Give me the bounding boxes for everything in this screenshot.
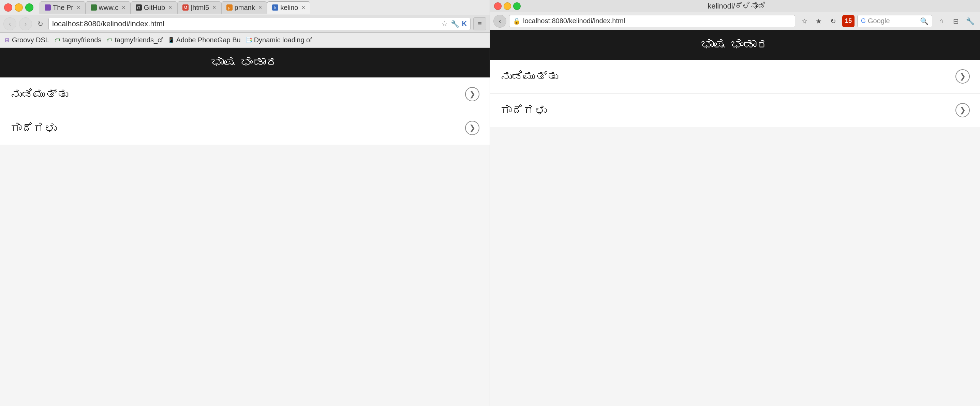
right-navbar: ‹ 🔒 localhost:8080/kelinodi/index.html ☆… [490, 12, 980, 30]
right-menu-item-0-chevron: ❯ [955, 69, 970, 84]
tab-1-label: The Pr [53, 4, 73, 11]
right-icon-group: ☆ ★ ↻ [798, 15, 840, 28]
left-maximize-button[interactable] [25, 3, 33, 11]
right-minimize-button[interactable] [504, 2, 511, 10]
right-close-button[interactable] [494, 2, 501, 10]
right-menu-item-1-chevron: ❯ [955, 103, 970, 117]
right-address-bar[interactable]: 🔒 localhost:8080/kelinodi/index.html [509, 15, 795, 27]
address-bar[interactable]: localhost:8080/kelinodi/index.html ☆ 🔧 K [48, 18, 471, 30]
bookmark-adobe-phonegap-label: Adobe PhoneGap Bu [176, 36, 241, 44]
back-button[interactable]: ‹ [3, 18, 16, 30]
right-chevron-right-icon-0: ❯ [959, 72, 966, 81]
bookmark-tagmyfriends-cf-label: tagmyfriends_cf [115, 36, 163, 44]
tab-6[interactable]: k kelino × [267, 2, 310, 14]
tagmyfriends-icon: 🏷 [54, 37, 61, 44]
right-address-text: localhost:8080/kelinodi/index.html [523, 17, 625, 25]
right-page-title: ಭಾಷ ಭಂಡಾರ [701, 38, 769, 52]
left-menu-item-0[interactable]: ನುಡಿಮುತ್ತು ❯ [0, 78, 490, 111]
right-wrench-icon[interactable]: 🔧 [964, 15, 977, 28]
groovy-dsl-icon: ⊞ [3, 37, 10, 44]
left-titlebar: The Pr × www.c × G GitHub × M [html5 × [0, 0, 490, 15]
right-search-button[interactable]: 🔍 [920, 17, 929, 25]
bookmark-groovy-dsl-label: Groovy DSL [12, 36, 49, 44]
reload-button[interactable]: ↻ [35, 18, 46, 29]
adobe-phonegap-icon: 📱 [168, 37, 175, 44]
tab-1[interactable]: The Pr × [40, 2, 86, 14]
left-menu-item-0-chevron: ❯ [465, 87, 479, 101]
bookmark-tagmyfriends-cf[interactable]: 🏷 tagmyfriends_cf [106, 36, 163, 44]
right-menu-list: ನುಡಿಮುತ್ತು ❯ ಗಾದೆಗಳು ❯ [490, 60, 980, 127]
right-page-content: ಭಾಷ ಭಂಡಾರ ನುಡಿಮುತ್ತು ❯ ಗಾದೆಗಳು ❯ [490, 30, 980, 406]
right-menu-item-1-label: ಗಾದೆಗಳು [500, 104, 547, 117]
right-search-placeholder: Google [868, 17, 890, 25]
left-browser-window: The Pr × www.c × G GitHub × M [html5 × [0, 0, 490, 406]
tab-3-favicon: G [136, 5, 142, 11]
right-menu-item-0[interactable]: ನುಡಿಮುತ್ತು ❯ [490, 60, 980, 94]
right-window-title: kelinodi/ಕೆಳಿನೋಡಿ [524, 2, 949, 11]
google-search-icon: G [861, 18, 866, 25]
kelinodi-icon[interactable]: K [462, 20, 467, 28]
tab-1-close[interactable]: × [77, 4, 81, 11]
left-menu-item-1-chevron: ❯ [465, 121, 479, 135]
menu-button[interactable]: ≡ [473, 18, 486, 30]
right-menu-item-1[interactable]: ಗಾದೆಗಳು ❯ [490, 94, 980, 127]
right-star-icon[interactable]: ☆ [798, 15, 811, 28]
left-menu-item-1[interactable]: ಗಾದೆಗಳು ❯ [0, 111, 490, 145]
right-lock-icon: 🔒 [513, 18, 520, 25]
tab-4-close[interactable]: × [212, 4, 216, 11]
bookmark-dynamic-loading[interactable]: 📑 Dynamic loading of [245, 36, 312, 44]
tab-2-label: www.c [99, 4, 119, 11]
tab-3[interactable]: G GitHub × [130, 2, 177, 14]
right-browser-window: kelinodi/ಕೆಳಿನೋಡಿ ‹ 🔒 localhost:8080/kel… [490, 0, 980, 406]
dev-tools-icon[interactable]: 🔧 [451, 20, 459, 28]
bookmark-star-icon[interactable]: ☆ [441, 19, 448, 28]
chevron-right-icon-0: ❯ [469, 90, 475, 99]
tabs-bar: The Pr × www.c × G GitHub × M [html5 × [36, 2, 485, 14]
bookmark-tagmyfriends[interactable]: 🏷 tagmyfriends [54, 36, 102, 44]
tab-1-favicon [45, 5, 51, 11]
left-window-controls [4, 3, 33, 11]
date-badge: 15 [842, 15, 854, 27]
tagmyfriends-cf-icon: 🏷 [106, 37, 113, 44]
tab-2-close[interactable]: × [122, 4, 126, 11]
left-page-title: ಭಾಷ ಭಂಡಾರ [211, 55, 279, 70]
tab-5-favicon: p [226, 5, 232, 11]
right-bookmark-manager-icon[interactable]: ⊟ [949, 15, 962, 28]
left-minimize-button[interactable] [15, 3, 23, 11]
bookmarks-bar: ⊞ Groovy DSL 🏷 tagmyfriends 🏷 tagmyfrien… [0, 33, 490, 48]
left-menu-item-0-label: ನುಡಿಮುತ್ತು [10, 88, 68, 101]
tab-4[interactable]: M [html5 × [177, 2, 221, 14]
bookmark-dynamic-loading-label: Dynamic loading of [254, 36, 312, 44]
right-home-icon[interactable]: ⌂ [935, 15, 948, 28]
tab-6-close[interactable]: × [301, 4, 305, 11]
tab-5-label: pmank [235, 4, 255, 11]
tab-3-close[interactable]: × [169, 4, 172, 11]
bookmark-groovy-dsl[interactable]: ⊞ Groovy DSL [3, 36, 49, 44]
forward-button[interactable]: › [19, 18, 32, 30]
tab-2[interactable]: www.c × [86, 2, 130, 14]
left-close-button[interactable] [4, 3, 12, 11]
tab-5[interactable]: p pmank × [221, 2, 267, 14]
bookmark-tagmyfriends-label: tagmyfriends [62, 36, 102, 44]
right-titlebar: kelinodi/ಕೆಳಿನೋಡಿ [490, 0, 980, 12]
tab-3-label: GitHub [144, 4, 165, 11]
right-maximize-button[interactable] [513, 2, 521, 10]
right-star2-icon[interactable]: ★ [812, 15, 825, 28]
bookmark-adobe-phonegap[interactable]: 📱 Adobe PhoneGap Bu [168, 36, 241, 44]
chevron-right-icon-1: ❯ [469, 124, 475, 132]
tab-2-favicon [91, 5, 97, 11]
tab-4-favicon: M [183, 5, 189, 11]
left-page-content: ಭಾಷ ಭಂಡಾರ ನುಡಿಮುತ್ತು ❯ ಗಾದೆಗಳು ❯ [0, 48, 490, 406]
right-chevron-right-icon-1: ❯ [959, 106, 966, 115]
right-back-button[interactable]: ‹ [493, 15, 506, 28]
right-menu-item-0-label: ನುಡಿಮುತ್ತು [500, 70, 558, 83]
right-page-header: ಭಾಷ ಭಂಡಾರ [490, 30, 980, 60]
right-nav-icons: ⌂ ⊟ 🔧 [935, 15, 977, 28]
address-text: localhost:8080/kelinodi/index.html [52, 19, 439, 28]
dynamic-loading-icon: 📑 [245, 37, 252, 44]
tab-5-close[interactable]: × [258, 4, 262, 11]
right-reload-icon[interactable]: ↻ [827, 15, 840, 28]
tab-4-label: [html5 [191, 4, 209, 11]
right-search-bar[interactable]: G Google 🔍 [857, 15, 932, 27]
left-navbar: ‹ › ↻ localhost:8080/kelinodi/index.html… [0, 15, 490, 33]
